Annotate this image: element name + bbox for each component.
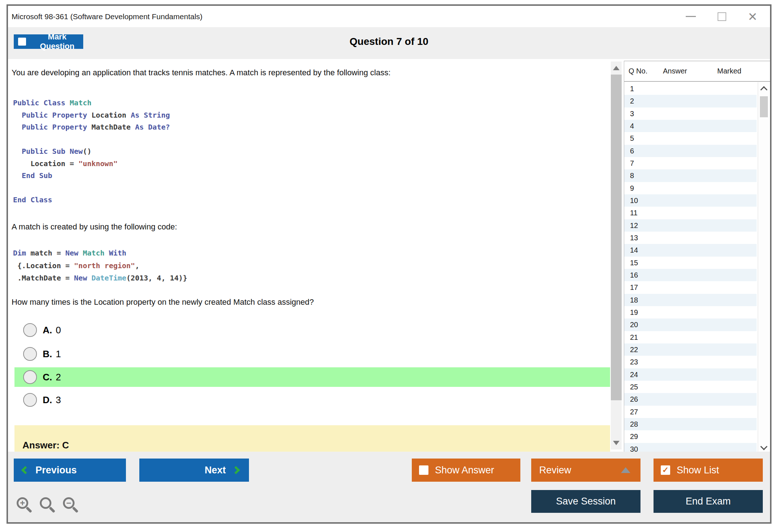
option-value: 1 — [56, 349, 61, 360]
question-list-row[interactable]: 8 — [624, 169, 757, 182]
question-list-row[interactable]: 22 — [624, 343, 757, 356]
question-middle-text: A match is created by using the followin… — [12, 222, 177, 232]
option-radio[interactable] — [23, 323, 37, 337]
show-list-button[interactable]: ✓ Show List — [654, 459, 763, 482]
main-scrollbar-thumb[interactable] — [611, 75, 622, 400]
save-session-button[interactable]: Save Session — [531, 490, 640, 513]
screen: Microsoft 98-361 (Software Development F… — [0, 0, 778, 532]
option-value: 3 — [56, 394, 61, 406]
option-radio[interactable] — [23, 393, 37, 407]
option-value: 2 — [56, 372, 61, 383]
show-answer-button[interactable]: Show Answer — [412, 459, 520, 482]
question-list-row[interactable]: 17 — [624, 281, 757, 294]
zoom-icon[interactable] — [40, 497, 56, 514]
question-list-row[interactable]: 7 — [624, 157, 757, 169]
chevron-right-icon — [232, 466, 240, 474]
question-list-panel: Q No. Answer Marked 12345678910111213141… — [624, 61, 770, 454]
end-exam-button[interactable]: End Exam — [654, 490, 763, 513]
next-button[interactable]: Next — [139, 459, 249, 482]
list-scrollbar-thumb[interactable] — [760, 96, 768, 117]
question-list-rows: 1234567891011121314151617181920212223242… — [624, 83, 757, 455]
maximize-icon[interactable] — [718, 12, 726, 21]
question-list-row[interactable]: 4 — [624, 120, 757, 132]
code-line: Public Class Match — [13, 97, 170, 109]
scroll-down-icon[interactable] — [613, 441, 620, 445]
question-list-row[interactable]: 27 — [624, 406, 757, 418]
review-label: Review — [539, 465, 571, 476]
show-answer-checkbox[interactable] — [419, 465, 428, 475]
question-list-row[interactable]: 9 — [624, 182, 757, 194]
list-scrollbar[interactable] — [758, 82, 769, 454]
app-window: Microsoft 98-361 (Software Development F… — [7, 4, 771, 524]
question-list-row[interactable]: 19 — [624, 306, 757, 318]
question-list-row[interactable]: 18 — [624, 294, 757, 306]
question-list-row[interactable]: 6 — [624, 145, 757, 157]
column-qno: Q No. — [624, 67, 663, 75]
code-line: {.Location = "north region", — [13, 259, 187, 272]
window-controls: × — [686, 6, 757, 27]
question-list-row[interactable]: 12 — [624, 219, 757, 232]
zoom-in-icon[interactable]: + — [17, 497, 33, 514]
title-bar: Microsoft 98-361 (Software Development F… — [8, 6, 770, 27]
minimize-icon[interactable] — [686, 16, 696, 17]
question-list-row[interactable]: 13 — [624, 232, 757, 244]
triangle-up-icon — [621, 467, 630, 473]
option-radio[interactable] — [23, 347, 37, 361]
code-line — [13, 134, 170, 146]
option-row-a[interactable]: A.0 — [14, 322, 610, 338]
question-intro-text: You are developing an application that t… — [12, 68, 390, 77]
chevron-left-icon — [21, 466, 30, 474]
question-list-row[interactable]: 20 — [624, 318, 757, 331]
option-row-c[interactable]: C.2 — [14, 367, 610, 387]
question-list-row[interactable]: 23 — [624, 356, 757, 368]
scroll-up-icon[interactable] — [613, 66, 620, 70]
check-icon: ✓ — [662, 466, 669, 474]
window-title: Microsoft 98-361 (Software Development F… — [12, 6, 203, 27]
close-icon[interactable]: × — [748, 12, 757, 21]
question-list-row[interactable]: 15 — [624, 257, 757, 269]
zoom-controls: + − — [17, 497, 80, 514]
option-row-d[interactable]: D.3 — [14, 392, 610, 408]
code-line: Public Property Location As String — [13, 109, 170, 122]
column-marked: Marked — [717, 67, 741, 75]
question-list-row[interactable]: 26 — [624, 393, 757, 405]
question-list-row[interactable]: 2 — [624, 95, 757, 107]
question-list-row[interactable]: 21 — [624, 331, 757, 343]
option-value: 0 — [56, 325, 61, 336]
question-list-row[interactable]: 11 — [624, 207, 757, 219]
code-line: .MatchDate = New DateTime(2013, 4, 14)} — [13, 272, 187, 284]
main-scrollbar[interactable] — [611, 62, 622, 449]
column-answer: Answer — [663, 67, 717, 75]
question-prompt-text: How many times is the Location property … — [12, 297, 314, 307]
zoom-out-icon[interactable]: − — [63, 497, 80, 514]
question-list-row[interactable]: 3 — [624, 107, 757, 120]
answer-label: Answer: C — [22, 440, 69, 451]
show-list-label: Show List — [677, 465, 719, 476]
code-block-create: Dim match = New Match With {.Location = … — [13, 247, 187, 284]
option-radio[interactable] — [23, 370, 37, 384]
question-list-row[interactable]: 5 — [624, 132, 757, 144]
next-label: Next — [204, 465, 226, 476]
show-list-checkbox[interactable]: ✓ — [661, 465, 670, 475]
list-scroll-up-icon[interactable] — [760, 86, 768, 93]
question-list-row[interactable]: 10 — [624, 194, 757, 207]
save-session-label: Save Session — [556, 496, 616, 507]
question-list-row[interactable]: 28 — [624, 418, 757, 430]
option-row-b[interactable]: B.1 — [14, 346, 610, 362]
question-list-row[interactable]: 29 — [624, 430, 757, 443]
question-list-row[interactable]: 14 — [624, 244, 757, 256]
review-button[interactable]: Review — [531, 459, 640, 482]
code-line: Dim match = New Match With — [13, 247, 187, 259]
option-letter: A. — [43, 325, 52, 336]
code-line — [13, 182, 170, 194]
list-scroll-down-icon[interactable] — [760, 443, 768, 450]
question-counter: Question 7 of 10 — [8, 36, 770, 47]
bottom-bar: Previous Next Show Answer Review ✓ Show … — [8, 452, 770, 522]
question-list-row[interactable]: 1 — [624, 83, 757, 95]
code-block-class: Public Class Match Public Property Locat… — [13, 97, 170, 206]
answer-box: Answer: C — [14, 425, 610, 452]
question-list-row[interactable]: 25 — [624, 381, 757, 393]
question-list-row[interactable]: 16 — [624, 269, 757, 281]
previous-button[interactable]: Previous — [14, 459, 126, 482]
question-list-row[interactable]: 24 — [624, 368, 757, 381]
